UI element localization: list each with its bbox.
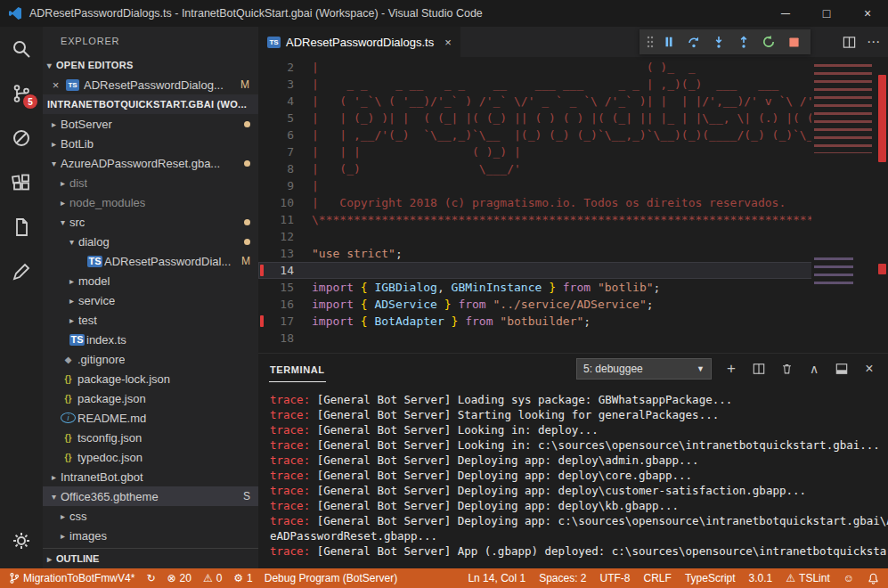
- extensions-activity-button[interactable]: [0, 160, 43, 205]
- workspace-section-header[interactable]: INTRANETBOTQUICKSTART.GBAI (WO...: [43, 94, 258, 114]
- ts-version-item[interactable]: 3.0.1: [749, 572, 773, 584]
- tree-item-label: model: [78, 274, 110, 288]
- new-terminal-button[interactable]: +: [723, 361, 739, 377]
- notifications-bell-icon[interactable]: [868, 572, 879, 585]
- tree-item[interactable]: ▾Office365.gbthemeS: [43, 486, 258, 506]
- pause-button[interactable]: [656, 29, 681, 54]
- tree-item[interactable]: ▸model: [43, 271, 258, 290]
- tree-item[interactable]: ▸test: [43, 310, 258, 330]
- minimize-button[interactable]: ─: [765, 0, 806, 27]
- restart-button[interactable]: [756, 29, 781, 54]
- tree-item[interactable]: ▸BotLib: [43, 134, 258, 153]
- debug-activity-button[interactable]: [0, 116, 43, 160]
- vscode-logo-icon: [8, 6, 22, 20]
- chevron-right-icon: ▸: [47, 139, 61, 149]
- tree-item[interactable]: {}typedoc.json: [43, 447, 258, 467]
- code-line[interactable]: 6| | ,__/'(_) `\__,_)`\__ |(_) (_) (_)`\…: [258, 127, 888, 143]
- tree-item[interactable]: ▸service: [43, 290, 258, 310]
- code-line[interactable]: 7| | | ( )_) | |: [258, 143, 888, 160]
- minimap[interactable]: [811, 57, 876, 351]
- step-into-button[interactable]: [706, 29, 731, 54]
- close-panel-button[interactable]: ×: [861, 361, 877, 377]
- terminal-select[interactable]: 5: debuggee ▼: [576, 358, 712, 380]
- step-over-button[interactable]: [681, 29, 706, 54]
- code-line[interactable]: 5| | (_) )| | ( (_| |( (_) || ( ) ( ) |(…: [258, 110, 888, 127]
- code-line[interactable]: 14: [258, 262, 888, 279]
- tree-item[interactable]: {}tsconfig.json: [43, 428, 258, 447]
- close-icon[interactable]: ×: [50, 78, 61, 92]
- tree-item[interactable]: TSindex.ts: [43, 330, 258, 349]
- split-terminal-button[interactable]: [751, 361, 767, 377]
- tree-item[interactable]: ▸images: [43, 526, 258, 545]
- code-line[interactable]: 8| (_) \___/' |: [258, 160, 888, 177]
- kill-terminal-button[interactable]: [778, 361, 794, 377]
- maximize-panel-icon[interactable]: ∧: [806, 361, 822, 377]
- more-actions-icon[interactable]: ⋯: [867, 34, 881, 50]
- editor-scrollbar[interactable]: [876, 57, 888, 353]
- close-button[interactable]: ×: [847, 0, 888, 27]
- tree-item[interactable]: ▾AzureADPasswordReset.gba...: [43, 153, 258, 173]
- tab-terminal[interactable]: TERMINAL: [269, 356, 326, 382]
- indentation-item[interactable]: Spaces: 2: [539, 572, 586, 584]
- source-control-activity-button[interactable]: 5: [0, 71, 43, 116]
- token: from: [465, 314, 493, 328]
- terminal-output[interactable]: trace: [General Bot Server] Loading sys …: [258, 384, 888, 559]
- tree-item[interactable]: {}package-lock.json: [43, 369, 258, 388]
- tree-item[interactable]: ▾dialog: [43, 232, 258, 251]
- tree-item[interactable]: ▾src: [43, 212, 258, 232]
- feedback-smiley-icon[interactable]: ☺: [843, 572, 854, 584]
- tslint-item[interactable]: ⚠ TSLint: [786, 572, 829, 584]
- code-line[interactable]: 16import { ADService } from "../service/…: [258, 296, 888, 313]
- tree-item[interactable]: TSADResetPasswordDial...M: [43, 251, 258, 271]
- tree-item[interactable]: ◆.gitignore: [43, 349, 258, 369]
- split-editor-icon[interactable]: [843, 36, 856, 49]
- code-line[interactable]: 4| ( '_`\ ( '__)/'_` ) /'_` \/' _ ` _ `\…: [258, 93, 888, 110]
- language-item[interactable]: TypeScript: [685, 572, 736, 584]
- token: [591, 281, 598, 294]
- open-editor-item[interactable]: × TS ADResetPasswordDialog... M: [43, 75, 258, 94]
- code-line[interactable]: 17import { BotAdapter } from "botbuilder…: [258, 313, 888, 330]
- panel-position-icon[interactable]: [834, 361, 850, 377]
- open-editors-header[interactable]: ▾ OPEN EDITORS: [43, 55, 258, 75]
- code-editor[interactable]: 2| ( )_ _ |3| _ _ _ __ _ _ __ ___ ___ _ …: [258, 57, 888, 353]
- tree-item[interactable]: ▸css: [43, 506, 258, 526]
- encoding-item[interactable]: UTF-8: [600, 572, 631, 584]
- maximize-button[interactable]: □: [806, 0, 847, 27]
- tree-item[interactable]: ▸node_modules: [43, 192, 258, 212]
- edit-activity-button[interactable]: [0, 249, 43, 294]
- code-line[interactable]: 15import { IGBDialog, GBMinInstance } fr…: [258, 279, 888, 296]
- errors-item[interactable]: ⊗ 20: [167, 572, 191, 584]
- sync-button[interactable]: ↻: [146, 572, 155, 584]
- search-activity-button[interactable]: [0, 27, 43, 71]
- tree-item[interactable]: {}package.json: [43, 388, 258, 408]
- code-line[interactable]: 18: [258, 330, 888, 347]
- tree-item[interactable]: ▸dist: [43, 173, 258, 192]
- git-branch-item[interactable]: MigrationToBotFmwV4*: [9, 572, 134, 584]
- chevron-right-icon: ▸: [56, 198, 69, 208]
- tree-item[interactable]: iREADME.md: [43, 408, 258, 428]
- eol-item[interactable]: CRLF: [644, 572, 672, 584]
- code-line[interactable]: 11\*************************************…: [258, 211, 888, 228]
- code-line[interactable]: 13"use strict";: [258, 245, 888, 262]
- files-activity-button[interactable]: [0, 205, 43, 249]
- code-line[interactable]: 12: [258, 228, 888, 245]
- step-out-button[interactable]: [731, 29, 756, 54]
- tree-item[interactable]: ▸IntranetBot.gbot: [43, 467, 258, 486]
- info-file-icon: i: [61, 412, 76, 423]
- warnings-item[interactable]: ⚠ 0: [203, 572, 222, 584]
- outline-header[interactable]: ▸ OUTLINE: [43, 548, 258, 568]
- drag-handle-icon[interactable]: [644, 29, 656, 54]
- close-tab-icon[interactable]: ×: [444, 36, 452, 49]
- settings-button[interactable]: [0, 519, 43, 563]
- debug-config-item[interactable]: Debug Program (BotServer): [265, 572, 397, 584]
- code-line[interactable]: 9| |: [258, 177, 888, 194]
- indicator-item[interactable]: ⚙ 1: [233, 572, 252, 584]
- code-line[interactable]: 10| Copyright 2018 (c) pragmatismo.io. T…: [258, 194, 888, 211]
- cursor-position-item[interactable]: Ln 14, Col 1: [468, 572, 525, 584]
- code-line[interactable]: 2| ( )_ _ |: [258, 59, 888, 76]
- token: | Copyright 2018 (c) pragmatismo.io. Tod…: [312, 196, 862, 209]
- code-line[interactable]: 3| _ _ _ __ _ _ __ ___ ___ _ _ | ,_)(_) …: [258, 76, 888, 93]
- tree-item[interactable]: ▸BotServer: [43, 114, 258, 134]
- stop-button[interactable]: [781, 29, 806, 54]
- tab-adresetpassworddialogs[interactable]: TS ADResetPasswordDialogs.ts ×: [258, 27, 460, 57]
